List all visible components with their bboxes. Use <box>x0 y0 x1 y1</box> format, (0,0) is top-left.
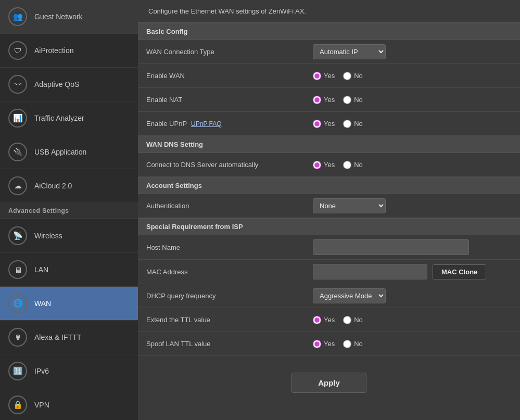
sidebar-item-label-aicloud: AiCloud 2.0 <box>34 182 72 190</box>
sidebar-item-label-adaptive-qos: Adaptive QoS <box>34 80 79 88</box>
authentication-select[interactable]: NonePAPCHAPMS-CHAPMS-CHAPv2 <box>313 198 386 213</box>
form-row-enable-wan: Enable WANYesNo <box>138 64 520 88</box>
spoof-lan-ttl-radio-input-yes[interactable] <box>313 340 321 348</box>
enable-nat-radio-input-no[interactable] <box>343 96 351 104</box>
enable-nat-radio-input-yes[interactable] <box>313 96 321 104</box>
sidebar-item-aicloud[interactable]: ☁AiCloud 2.0 <box>0 169 138 203</box>
field-value-enable-nat: YesNo <box>305 92 520 108</box>
wireless-icon: 📡 <box>8 226 27 245</box>
enable-upnp-radio-no[interactable]: No <box>343 120 363 128</box>
sidebar-item-label-aiprotection: AiProtection <box>34 46 73 55</box>
sidebar-item-vpn[interactable]: 🔒VPN <box>0 388 138 420</box>
spoof-lan-ttl-radio-input-no[interactable] <box>343 340 351 348</box>
field-label-mac-address: MAC Address <box>138 263 305 281</box>
enable-upnp-radio-input-no[interactable] <box>343 120 351 128</box>
spoof-lan-ttl-radio-yes[interactable]: Yes <box>313 340 335 348</box>
form-row-dns-auto: Connect to DNS Server automaticallyYesNo <box>138 153 520 177</box>
field-value-dns-auto: YesNo <box>305 157 520 173</box>
sidebar-item-guest-network[interactable]: 👥Guest Network <box>0 0 138 34</box>
form-row-extend-ttl: Extend the TTL valueYesNo <box>138 308 520 332</box>
enable-wan-radio-input-no[interactable] <box>343 72 351 80</box>
advanced-settings-header: Advanced Settings <box>0 203 138 219</box>
wan-icon: 🌐 <box>8 294 27 313</box>
sidebar-item-label-guest-network: Guest Network <box>34 12 83 21</box>
sidebar-item-wan[interactable]: 🌐WAN <box>0 287 138 321</box>
mac-address-input-row: MAC Clone <box>313 264 486 279</box>
enable-wan-radio-group: YesNo <box>313 72 363 80</box>
field-value-spoof-lan-ttl: YesNo <box>305 336 520 352</box>
dhcp-query-frequency-select[interactable]: Aggressive ModeNormal Mode <box>313 288 386 303</box>
field-label-extend-ttl: Extend the TTL value <box>138 311 305 329</box>
host-name-input[interactable] <box>313 239 469 255</box>
field-value-enable-upnp: YesNo <box>305 116 520 132</box>
enable-wan-radio-no[interactable]: No <box>343 72 363 80</box>
aicloud-icon: ☁ <box>8 176 27 195</box>
sidebar-item-traffic-analyzer[interactable]: 📊Traffic Analyzer <box>0 101 138 135</box>
sidebar-item-label-wireless: Wireless <box>34 232 62 240</box>
lan-icon: 🖥 <box>8 260 27 279</box>
field-label-host-name: Host Name <box>138 238 305 257</box>
main-header-text: Configure the Ethernet WAN settings of Z… <box>138 0 520 23</box>
enable-upnp-radio-input-yes[interactable] <box>313 120 321 128</box>
form-row-authentication: AuthenticationNonePAPCHAPMS-CHAPMS-CHAPv… <box>138 194 520 218</box>
form-row-enable-nat: Enable NATYesNo <box>138 88 520 112</box>
sidebar: 👥Guest Network🛡AiProtection〰Adaptive QoS… <box>0 0 138 420</box>
basic-config-header: Basic Config <box>138 23 520 40</box>
apply-button[interactable]: Apply <box>291 373 366 393</box>
spoof-lan-ttl-radio-no[interactable]: No <box>343 340 363 348</box>
account-settings-header: Account Settings <box>138 177 520 194</box>
sidebar-item-label-lan: LAN <box>34 265 48 274</box>
field-label-dns-auto: Connect to DNS Server automatically <box>138 156 305 174</box>
sidebar-item-wireless[interactable]: 📡Wireless <box>0 219 138 253</box>
enable-wan-radio-input-yes[interactable] <box>313 72 321 80</box>
dns-auto-radio-input-no[interactable] <box>343 161 351 169</box>
sidebar-item-label-wan: WAN <box>34 299 51 308</box>
ipv6-icon: 🔢 <box>8 362 27 380</box>
enable-nat-radio-no[interactable]: No <box>343 96 363 104</box>
dns-auto-radio-yes[interactable]: Yes <box>313 161 335 169</box>
dns-auto-radio-input-yes[interactable] <box>313 161 321 169</box>
field-label-enable-nat: Enable NAT <box>138 91 305 109</box>
field-label-wan-connection-type: WAN Connection Type <box>138 43 305 61</box>
usb-application-icon: 🔌 <box>8 143 27 161</box>
field-value-dhcp-query-frequency: Aggressive ModeNormal Mode <box>305 284 520 308</box>
enable-upnp-radio-yes[interactable]: Yes <box>313 120 335 128</box>
dns-auto-radio-no[interactable]: No <box>343 161 363 169</box>
field-label-dhcp-query-frequency: DHCP query frequency <box>138 287 305 305</box>
form-row-host-name: Host Name <box>138 235 520 260</box>
alexa-ifttt-icon: 🎙 <box>8 328 27 347</box>
dns-auto-radio-group: YesNo <box>313 161 363 169</box>
sidebar-item-adaptive-qos[interactable]: 〰Adaptive QoS <box>0 68 138 101</box>
sidebar-item-alexa-ifttt[interactable]: 🎙Alexa & IFTTT <box>0 321 138 354</box>
form-row-wan-connection-type: WAN Connection TypeAutomatic IPPPPoEStat… <box>138 40 520 64</box>
upnp-faq-link[interactable]: UPnP FAQ <box>191 120 221 128</box>
enable-upnp-radio-group: YesNo <box>313 120 363 128</box>
sidebar-item-label-usb-application: USB Application <box>34 148 86 156</box>
extend-ttl-radio-no[interactable]: No <box>343 316 363 324</box>
field-label-authentication: Authentication <box>138 197 305 215</box>
extend-ttl-radio-input-yes[interactable] <box>313 316 321 324</box>
field-label-spoof-lan-ttl: Spoof LAN TTL value <box>138 335 305 353</box>
sidebar-item-lan[interactable]: 🖥LAN <box>0 253 138 287</box>
field-label-enable-upnp: Enable UPnP UPnP FAQ <box>138 114 305 133</box>
field-value-mac-address: MAC Clone <box>305 260 520 284</box>
form-row-spoof-lan-ttl: Spoof LAN TTL valueYesNo <box>138 332 520 356</box>
field-value-authentication: NonePAPCHAPMS-CHAPMS-CHAPv2 <box>305 194 520 218</box>
extend-ttl-radio-input-no[interactable] <box>343 316 351 324</box>
wan-dns-header: WAN DNS Setting <box>138 136 520 153</box>
sidebar-item-usb-application[interactable]: 🔌USB Application <box>0 135 138 169</box>
mac-clone-button[interactable]: MAC Clone <box>433 264 486 279</box>
enable-wan-radio-yes[interactable]: Yes <box>313 72 335 80</box>
extend-ttl-radio-group: YesNo <box>313 316 363 324</box>
enable-nat-radio-yes[interactable]: Yes <box>313 96 335 104</box>
sidebar-item-label-traffic-analyzer: Traffic Analyzer <box>34 114 84 122</box>
form-row-dhcp-query-frequency: DHCP query frequencyAggressive ModeNorma… <box>138 284 520 308</box>
sidebar-item-ipv6[interactable]: 🔢IPv6 <box>0 354 138 388</box>
enable-nat-radio-group: YesNo <box>313 96 363 104</box>
extend-ttl-radio-yes[interactable]: Yes <box>313 316 335 324</box>
aiprotection-icon: 🛡 <box>8 41 27 60</box>
form-row-mac-address: MAC AddressMAC Clone <box>138 260 520 284</box>
mac-address-input[interactable] <box>313 264 427 279</box>
sidebar-item-aiprotection[interactable]: 🛡AiProtection <box>0 34 138 68</box>
wan-connection-type-select[interactable]: Automatic IPPPPoEStatic IPL2TPPPTP <box>313 44 386 59</box>
